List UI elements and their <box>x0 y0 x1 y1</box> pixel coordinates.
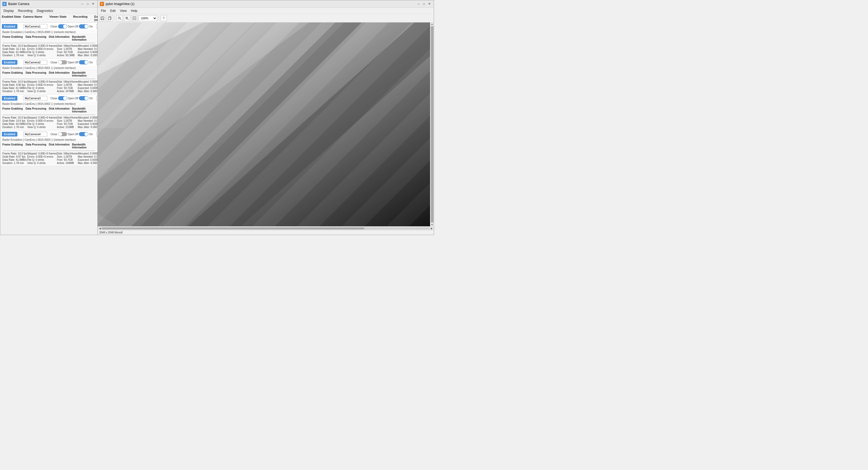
scroll-up-arrow[interactable]: ▲ <box>431 23 434 26</box>
camera-row-3: Enabled Close Open Off On <box>0 95 97 102</box>
stats-line: Duration: 1.78 min <box>2 126 27 129</box>
pylon-minimize-button[interactable]: ─ <box>416 2 421 6</box>
viewer-toggle-track-2[interactable] <box>58 60 67 64</box>
stats-title-di-2: Disk Information <box>49 71 72 77</box>
menu-recording[interactable]: Recording <box>16 8 35 13</box>
zoom-in-button[interactable] <box>124 15 130 21</box>
stats-col-bi-1: Allocated: 0.000B/s Max Needed: 0.000B/s… <box>78 44 97 57</box>
close-button[interactable]: ✕ <box>91 2 95 6</box>
recording-toggle-3[interactable]: Off On <box>75 96 96 100</box>
exposure-input-4[interactable] <box>96 132 97 136</box>
viewer-state-toggle-4[interactable]: Close Open <box>51 132 74 136</box>
camera-name-cell-1 <box>24 24 50 29</box>
exposure-input-3[interactable] <box>96 96 97 101</box>
viewer-on-label-1: Open <box>68 25 74 28</box>
vertical-scrollbar[interactable]: ▲ ▼ <box>430 23 434 226</box>
zoom-level-select[interactable]: 100% 10% 25% 50% 75% 150% 200% 400% <box>138 15 157 21</box>
horizontal-scrollbar[interactable]: ◀ ▶ <box>98 226 434 230</box>
stats-col-bi-2: Allocated: 0.000B/s Max Needed: 0.000B/s… <box>78 80 97 93</box>
viewer-state-toggle-1[interactable]: Close Open <box>51 24 74 29</box>
viewer-on-label-3: Open <box>68 97 74 100</box>
pylon-maximize-button[interactable]: □ <box>422 2 426 6</box>
rec-toggle-track-1[interactable] <box>79 24 88 29</box>
rec-toggle-knob-4 <box>85 132 88 136</box>
recording-toggle-4[interactable]: Off On <box>75 132 96 136</box>
stats-col-bi-3: Allocated: 0.000B/s Max Needed: 0.000B/s… <box>78 116 97 129</box>
divider-dp-2: ~~~~~~~~~~~~~~~~~~~~~~ <box>26 77 49 80</box>
rec-on-label-1: On <box>89 25 93 28</box>
svg-rect-2 <box>101 18 103 20</box>
stats-title-fg-1: Frame Grabbing <box>2 35 26 41</box>
rec-toggle-track-4[interactable] <box>79 132 88 136</box>
exposure-input-2[interactable] <box>96 60 97 65</box>
stats-col-bi-4: Allocated: 0.000B/s Max Needed: 0.000B/s… <box>78 152 97 164</box>
stats-line: Skipped: 0.00E+0 frames <box>27 44 57 47</box>
pylon-close-button[interactable]: ✕ <box>427 2 432 6</box>
scroll-right-arrow[interactable]: ▶ <box>430 227 433 230</box>
stats-title-fg-2: Frame Grabbing <box>2 71 26 77</box>
recording-toggle-2[interactable]: Off On <box>75 60 96 64</box>
stats-title-bi-1: Bandwidth Information <box>72 35 95 41</box>
enabled-button-2[interactable]: Enabled <box>2 60 18 65</box>
camera-info-1: Basler Emulation | CamEmu | 0815-0000 | … <box>0 30 97 34</box>
stats-line: Max Jitter: 0.000B/s <box>78 162 97 164</box>
divider-di-2: ~~~~~~~~~~~~~~~~~~~~~~ <box>49 77 72 80</box>
stats-line: Grab Rate: 9.97 fps <box>2 155 27 158</box>
scroll-track-h[interactable] <box>101 227 430 229</box>
stats-col-dp-2: Skipped: 0.00E+0 frames Errors: 0.00E+0 … <box>27 80 57 93</box>
scroll-thumb-h[interactable] <box>101 227 364 229</box>
save-image-button[interactable] <box>99 15 105 21</box>
help-button[interactable]: ? <box>160 15 167 21</box>
image-canvas[interactable] <box>98 23 430 226</box>
exposure-input-1[interactable] <box>96 24 97 29</box>
exposure-cell-4 <box>96 132 97 136</box>
stats-line: View Q: 0 elmts <box>27 90 57 93</box>
camera-name-input-1[interactable] <box>24 24 47 29</box>
scroll-thumb-v[interactable] <box>431 26 433 223</box>
camera-name-cell-4 <box>24 132 50 136</box>
minimize-button[interactable]: ─ <box>80 2 85 6</box>
pylon-window-title: pylon ImageView (1) <box>105 2 134 6</box>
stats-line: Errors: 0.00E+0 errors <box>27 119 57 122</box>
svg-rect-4 <box>108 17 111 20</box>
pylon-menu-help[interactable]: Help <box>129 8 140 13</box>
enabled-button-4[interactable]: Enabled <box>2 132 18 136</box>
viewer-toggle-knob-3 <box>63 96 67 100</box>
maximize-button[interactable]: □ <box>85 2 90 6</box>
enabled-button-1[interactable]: Enabled <box>2 24 18 29</box>
menu-display[interactable]: Display <box>1 8 16 13</box>
scroll-left-arrow[interactable]: ◀ <box>98 227 101 230</box>
menu-diagnostics[interactable]: Diagnostics <box>35 8 55 13</box>
pylon-menu-edit[interactable]: Edit <box>108 8 118 13</box>
zoom-fit-button[interactable] <box>131 15 137 21</box>
viewer-toggle-track-1[interactable] <box>58 24 67 29</box>
enabled-button-3[interactable]: Enabled <box>2 96 18 101</box>
stats-line: Frame Rate: 10.0 fps <box>2 80 27 83</box>
stats-section-4: Frame Grabbing Data Processing Disk Info… <box>0 142 97 166</box>
viewer-off-label-4: Close <box>51 133 57 136</box>
stats-line: Expected: 0.000B/s <box>78 87 97 90</box>
viewer-toggle-track-4[interactable] <box>58 132 67 136</box>
exposure-cell-3 <box>96 96 97 101</box>
camera-row-2: Enabled Close Open Off On <box>0 59 97 66</box>
viewer-state-toggle-2[interactable]: Close Open <box>51 60 74 64</box>
rec-toggle-track-3[interactable] <box>79 96 88 100</box>
rec-toggle-knob-1 <box>85 25 88 28</box>
copy-image-button[interactable] <box>107 15 113 21</box>
viewer-state-toggle-3[interactable]: Close Open <box>51 96 74 100</box>
rec-toggle-track-2[interactable] <box>79 60 88 64</box>
camera-name-input-2[interactable] <box>24 60 47 65</box>
enabled-state-3: Enabled <box>2 96 23 101</box>
divider-bi-2: ~~~~~~~~~~~~~~~~~~~~~~ <box>72 77 95 80</box>
pylon-menu-view[interactable]: View <box>118 8 129 13</box>
camera-name-input-3[interactable] <box>24 96 47 101</box>
scroll-down-arrow[interactable]: ▼ <box>431 223 434 226</box>
zoom-out-button[interactable] <box>117 15 123 21</box>
camera-name-input-4[interactable] <box>24 132 47 136</box>
viewer-toggle-track-3[interactable] <box>58 96 67 100</box>
pylon-menu-file[interactable]: File <box>99 8 108 13</box>
recording-toggle-1[interactable]: Off On <box>75 24 96 29</box>
svg-point-13 <box>133 18 135 19</box>
pylon-title-bar: P pylon ImageView (1) ─ □ ✕ <box>98 0 434 8</box>
stats-line: Free: 93.7GB <box>57 123 78 125</box>
